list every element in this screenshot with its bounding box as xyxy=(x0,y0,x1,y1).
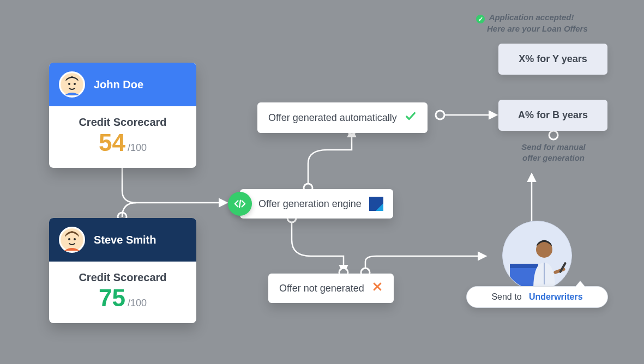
score-label: Credit Scorecard xyxy=(56,271,190,284)
underwriter-wrap: Send to Underwriters xyxy=(466,221,608,308)
diagram-stage: .ln { fill: none; stroke: #ffffff; strok… xyxy=(0,0,644,364)
svg-point-8 xyxy=(549,131,558,139)
manual-line1: Send for manual xyxy=(521,142,586,151)
svg-rect-21 xyxy=(553,267,566,274)
score-value: 75 xyxy=(99,286,125,310)
accepted-line2: Here are your Loan Offers xyxy=(487,23,588,34)
check-circle-icon: ✓ xyxy=(476,15,485,23)
applicant-card-steve: Steve Smith Credit Scorecard 75 /100 xyxy=(49,218,196,323)
offer-label: X% for Y years xyxy=(519,53,587,64)
engine-label: Offer generation engine xyxy=(258,198,362,210)
applicant-body: Credit Scorecard 54 /100 xyxy=(49,106,196,168)
applicant-name: John Doe xyxy=(94,78,143,91)
engine-box: Offer generation engine xyxy=(240,189,393,219)
applicant-card-john: John Doe Credit Scorecard 54 /100 xyxy=(49,63,196,168)
code-icon xyxy=(228,192,252,216)
offer-box-1: X% for Y years xyxy=(498,44,607,75)
offer-not-generated-label: Offer not generated xyxy=(279,283,364,294)
offer-generated-label: Offer generated automatically xyxy=(268,112,397,124)
svg-rect-22 xyxy=(559,262,567,273)
svg-point-10 xyxy=(68,83,70,85)
manual-line2: offer generation xyxy=(522,153,585,162)
score-outof: /100 xyxy=(128,142,147,154)
applicant-header: Steve Smith xyxy=(49,218,196,262)
offer-box-2: A% for B years xyxy=(498,100,607,131)
underwriter-role: Underwriters xyxy=(529,292,583,301)
offer-not-generated-box: Offer not generated xyxy=(268,274,394,303)
accepted-caption: ✓ Application accepted! Here are your Lo… xyxy=(476,12,588,34)
underwriter-avatar-icon xyxy=(502,221,572,290)
svg-line-15 xyxy=(239,201,240,208)
svg-rect-19 xyxy=(510,264,538,268)
svg-point-13 xyxy=(68,238,70,240)
engine-wrap: Offer generation engine xyxy=(228,189,393,219)
check-icon xyxy=(405,110,417,125)
offer-generated-box: Offer generated automatically xyxy=(257,102,428,133)
score-value: 54 xyxy=(99,131,125,155)
score-outof: /100 xyxy=(128,298,147,309)
offer-label: A% for B years xyxy=(518,110,588,120)
x-icon xyxy=(372,281,383,295)
svg-point-14 xyxy=(74,238,76,240)
score-label: Credit Scorecard xyxy=(56,116,190,129)
applicant-header: John Doe xyxy=(49,63,196,106)
avatar-icon xyxy=(59,71,85,98)
underwriter-speech: Send to Underwriters xyxy=(466,286,608,308)
underwriter-prefix: Send to xyxy=(491,292,521,301)
applicant-body: Credit Scorecard 75 /100 xyxy=(49,262,196,323)
svg-point-11 xyxy=(74,83,76,85)
score-line: 54 /100 xyxy=(56,131,190,155)
engine-logo-icon xyxy=(369,197,383,211)
applicant-name: Steve Smith xyxy=(94,234,156,246)
svg-point-6 xyxy=(436,111,444,119)
score-line: 75 /100 xyxy=(56,286,190,310)
manual-caption: Send for manual offer generation xyxy=(518,142,589,163)
accepted-line1: Application accepted! xyxy=(489,13,574,22)
avatar-icon xyxy=(59,227,85,253)
